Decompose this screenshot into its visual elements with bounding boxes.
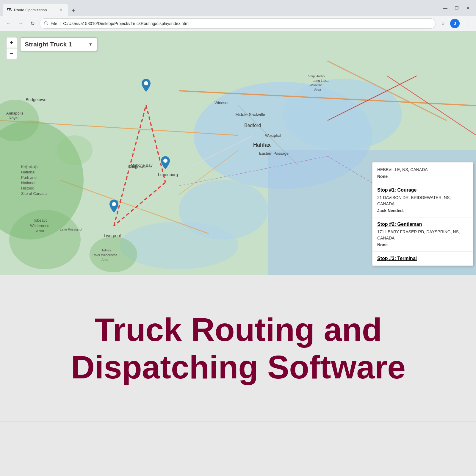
svg-text:Historic: Historic bbox=[21, 186, 34, 190]
stop3-title: Stop #3: Terminal bbox=[377, 256, 468, 261]
svg-text:Eastern Passage: Eastern Passage bbox=[259, 151, 289, 156]
url-separator: | bbox=[60, 21, 61, 26]
svg-text:Bedford: Bedford bbox=[244, 123, 261, 128]
svg-text:Halifax: Halifax bbox=[253, 142, 271, 148]
tab-close-button[interactable]: × bbox=[58, 7, 64, 12]
bookmark-star[interactable]: ☆ bbox=[438, 19, 448, 28]
stop1-address: 21 DAVISON DR, BRIDGEWATER, NS, CANADA bbox=[377, 195, 468, 207]
svg-text:Area: Area bbox=[36, 229, 44, 233]
svg-text:Wilderness: Wilderness bbox=[30, 223, 49, 228]
svg-text:Mahone Bay: Mahone Bay bbox=[131, 163, 153, 167]
map-container: Kejimkujik National Park and National Hi… bbox=[0, 31, 476, 275]
svg-point-58 bbox=[163, 159, 167, 163]
back-button[interactable]: ← bbox=[4, 19, 13, 28]
stop1-note: Jack Needed. bbox=[377, 208, 468, 213]
user-avatar[interactable]: J bbox=[450, 19, 460, 28]
svg-point-19 bbox=[57, 135, 93, 165]
svg-text:Site of Canada: Site of Canada bbox=[21, 191, 47, 196]
svg-text:National: National bbox=[21, 181, 35, 185]
new-tab-button[interactable]: + bbox=[68, 5, 79, 16]
route-stop-hebbville: HEBBVILLE, NS, CANADA None bbox=[372, 162, 473, 183]
forward-button[interactable]: → bbox=[16, 19, 25, 28]
stop-address: HEBBVILLE, NS, CANADA bbox=[377, 167, 468, 173]
zoom-in-button[interactable]: + bbox=[6, 37, 17, 48]
svg-text:Tidney: Tidney bbox=[101, 248, 111, 252]
svg-text:Ship Harbo...: Ship Harbo... bbox=[308, 74, 327, 78]
bottom-section: Truck Routing and Dispatching Software bbox=[0, 275, 476, 422]
svg-point-59 bbox=[112, 202, 116, 206]
zoom-out-button[interactable]: − bbox=[6, 48, 17, 59]
svg-text:River Wilderness: River Wilderness bbox=[93, 253, 118, 257]
stop2-title: Stop #2: Gentleman bbox=[377, 222, 468, 227]
svg-text:Long Lak...: Long Lak... bbox=[313, 79, 329, 82]
stop-note: None bbox=[377, 174, 468, 179]
stop1-title: Stop #1: Courage bbox=[377, 187, 468, 193]
browser-menu[interactable]: ⋮ bbox=[462, 19, 472, 28]
svg-text:Tobeatic: Tobeatic bbox=[33, 218, 48, 223]
map-marker-1 bbox=[142, 79, 151, 93]
svg-text:Middle Sackville: Middle Sackville bbox=[235, 112, 265, 117]
route-stop-1: Stop #1: Courage 21 DAVISON DR, BRIDGEWA… bbox=[372, 183, 473, 217]
map-marker-2 bbox=[161, 156, 170, 170]
svg-text:Park and: Park and bbox=[21, 175, 37, 180]
tab-title: Route Optimization bbox=[14, 8, 56, 12]
url-path: C:/Users/a158010/Desktop/Projects/TruckR… bbox=[63, 21, 189, 26]
map-marker-3 bbox=[109, 200, 118, 214]
main-title-line2: Dispatching Software bbox=[71, 348, 406, 386]
window-controls: — ❐ ✕ bbox=[440, 3, 473, 13]
svg-text:Area: Area bbox=[314, 88, 321, 91]
svg-text:Liverpool: Liverpool bbox=[104, 233, 121, 238]
truck-selected-label: Straight Truck 1 bbox=[25, 41, 85, 48]
url-file-label: File bbox=[51, 21, 57, 26]
svg-text:Lake Rossignol: Lake Rossignol bbox=[60, 228, 82, 231]
dropdown-arrow-icon: ▼ bbox=[88, 42, 93, 47]
svg-text:National: National bbox=[21, 170, 35, 174]
truck-selector[interactable]: Straight Truck 1 ▼ bbox=[20, 37, 97, 51]
stop2-address: 171 LEARY FRASER RD, DAYSPRING, NS, CANA… bbox=[377, 229, 468, 241]
route-panel[interactable]: HEBBVILLE, NS, CANADA None Stop #1: Cour… bbox=[372, 162, 473, 266]
url-bar[interactable]: ⓘ File | C:/Users/a158010/Desktop/Projec… bbox=[40, 18, 436, 29]
browser-tab[interactable]: 🗺 Route Optimization × bbox=[3, 4, 68, 16]
svg-text:Royal: Royal bbox=[9, 116, 18, 120]
reload-button[interactable]: ↻ bbox=[28, 19, 37, 28]
url-info-icon: ⓘ bbox=[44, 21, 48, 26]
svg-point-57 bbox=[144, 81, 148, 85]
svg-text:Westphal: Westphal bbox=[265, 133, 281, 138]
map-zoom-controls: + − bbox=[6, 37, 17, 59]
svg-text:Lunenburg: Lunenburg bbox=[158, 172, 178, 177]
svg-text:Kejimkujik: Kejimkujik bbox=[21, 165, 39, 169]
svg-text:Bridgetown: Bridgetown bbox=[26, 97, 46, 102]
minimize-button[interactable]: — bbox=[440, 3, 451, 13]
close-button[interactable]: ✕ bbox=[463, 3, 473, 13]
maximize-button[interactable]: ❐ bbox=[451, 3, 462, 13]
browser-window: 🗺 Route Optimization × + — ❐ ✕ ← → ↻ ⓘ F… bbox=[0, 0, 476, 422]
route-stop-3: Stop #3: Terminal bbox=[372, 252, 473, 266]
main-title-line1: Truck Routing and bbox=[95, 311, 382, 349]
svg-text:Annapolis: Annapolis bbox=[6, 111, 24, 115]
svg-text:Wilderne...: Wilderne... bbox=[310, 83, 325, 87]
svg-text:Area: Area bbox=[101, 258, 109, 262]
svg-point-4 bbox=[119, 222, 238, 269]
route-stop-2: Stop #2: Gentleman 171 LEARY FRASER RD, … bbox=[372, 217, 473, 252]
address-bar: ← → ↻ ⓘ File | C:/Users/a158010/Desktop/… bbox=[0, 16, 476, 31]
tab-favicon: 🗺 bbox=[7, 7, 12, 12]
svg-text:Windsor: Windsor bbox=[214, 101, 229, 105]
stop2-note: None bbox=[377, 242, 468, 247]
